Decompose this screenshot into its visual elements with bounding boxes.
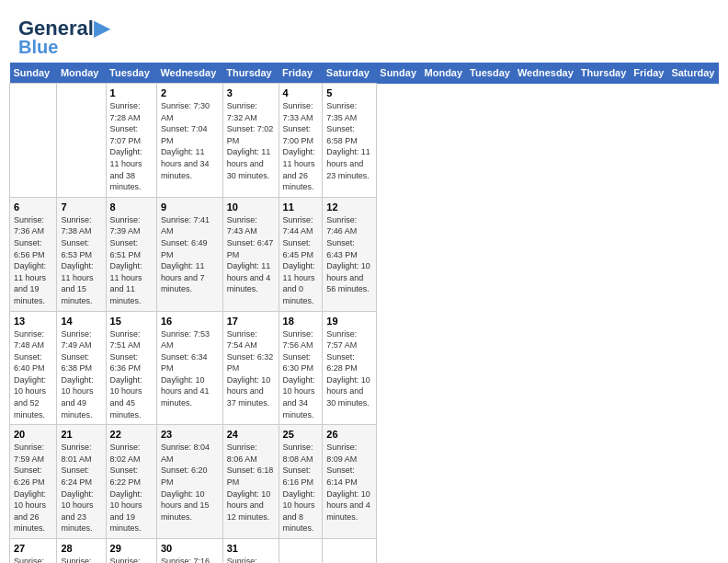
calendar-cell: 9Sunrise: 7:41 AM Sunset: 6:49 PM Daylig…: [156, 197, 222, 311]
day-number: 9: [161, 201, 219, 213]
calendar-cell: 28Sunrise: 7:13 AM Sunset: 5:10 PM Dayli…: [57, 539, 106, 564]
day-number: 3: [227, 87, 275, 98]
calendar-cell: 11Sunrise: 7:44 AM Sunset: 6:45 PM Dayli…: [279, 197, 323, 311]
calendar-cell: 13Sunrise: 7:48 AM Sunset: 6:40 PM Dayli…: [10, 311, 57, 425]
day-info: Sunrise: 7:11 AM Sunset: 5:12 PM Dayligh…: [14, 556, 52, 563]
calendar-cell: [323, 539, 376, 564]
calendar-cell: 1Sunrise: 7:28 AM Sunset: 7:07 PM Daylig…: [106, 84, 156, 198]
day-number: 28: [61, 543, 101, 554]
day-number: 7: [61, 201, 101, 213]
day-number: 20: [14, 429, 52, 440]
calendar-cell: 23Sunrise: 8:04 AM Sunset: 6:20 PM Dayli…: [156, 425, 222, 539]
day-info: Sunrise: 7:43 AM Sunset: 6:47 PM Dayligh…: [227, 214, 275, 295]
calendar-cell: 17Sunrise: 7:54 AM Sunset: 6:32 PM Dayli…: [222, 311, 279, 425]
calendar-cell: 14Sunrise: 7:49 AM Sunset: 6:38 PM Dayli…: [57, 311, 106, 425]
calendar-cell: 26Sunrise: 8:09 AM Sunset: 6:14 PM Dayli…: [323, 425, 376, 539]
calendar-cell: 10Sunrise: 7:43 AM Sunset: 6:47 PM Dayli…: [222, 197, 279, 311]
day-info: Sunrise: 7:39 AM Sunset: 6:51 PM Dayligh…: [110, 214, 153, 307]
day-info: Sunrise: 7:54 AM Sunset: 6:32 PM Dayligh…: [227, 328, 275, 409]
day-number: 15: [110, 316, 153, 327]
day-number: 8: [110, 201, 153, 213]
day-info: Sunrise: 7:53 AM Sunset: 6:34 PM Dayligh…: [161, 328, 219, 409]
day-header-tuesday: Tuesday: [466, 63, 514, 84]
day-info: Sunrise: 7:30 AM Sunset: 7:04 PM Dayligh…: [161, 100, 219, 181]
calendar-week-0: 1Sunrise: 7:28 AM Sunset: 7:07 PM Daylig…: [10, 84, 719, 198]
day-info: Sunrise: 7:14 AM Sunset: 5:09 PM Dayligh…: [110, 556, 153, 563]
day-number: 21: [61, 429, 101, 440]
day-info: Sunrise: 8:08 AM Sunset: 6:16 PM Dayligh…: [283, 442, 319, 534]
calendar-week-1: 6Sunrise: 7:36 AM Sunset: 6:56 PM Daylig…: [10, 197, 719, 311]
calendar-week-3: 20Sunrise: 7:59 AM Sunset: 6:26 PM Dayli…: [10, 425, 719, 539]
day-info: Sunrise: 7:51 AM Sunset: 6:36 PM Dayligh…: [110, 328, 153, 421]
day-info: Sunrise: 7:18 AM Sunset: 5:05 PM Dayligh…: [227, 556, 275, 563]
day-number: 24: [227, 429, 275, 440]
day-info: Sunrise: 7:57 AM Sunset: 6:28 PM Dayligh…: [326, 328, 371, 409]
day-number: 16: [161, 316, 219, 327]
day-info: Sunrise: 7:38 AM Sunset: 6:53 PM Dayligh…: [61, 214, 101, 307]
calendar-cell: 18Sunrise: 7:56 AM Sunset: 6:30 PM Dayli…: [279, 311, 323, 425]
calendar-cell: 8Sunrise: 7:39 AM Sunset: 6:51 PM Daylig…: [106, 197, 156, 311]
day-info: Sunrise: 7:56 AM Sunset: 6:30 PM Dayligh…: [283, 328, 319, 421]
day-header-monday: Monday: [57, 63, 106, 84]
logo: General▶ Blue: [18, 18, 109, 58]
day-info: Sunrise: 7:46 AM Sunset: 6:43 PM Dayligh…: [326, 214, 371, 295]
day-number: 30: [161, 543, 219, 554]
day-number: 14: [61, 316, 101, 327]
calendar-cell: 24Sunrise: 8:06 AM Sunset: 6:18 PM Dayli…: [222, 425, 279, 539]
day-number: 25: [283, 429, 319, 440]
calendar-cell: 5Sunrise: 7:35 AM Sunset: 6:58 PM Daylig…: [323, 84, 376, 198]
day-number: 2: [161, 87, 219, 98]
calendar-cell: 16Sunrise: 7:53 AM Sunset: 6:34 PM Dayli…: [156, 311, 222, 425]
logo-text: General▶: [18, 18, 109, 39]
calendar-cell: 19Sunrise: 7:57 AM Sunset: 6:28 PM Dayli…: [323, 311, 376, 425]
day-info: Sunrise: 7:16 AM Sunset: 5:07 PM Dayligh…: [161, 556, 219, 563]
day-number: 11: [283, 201, 319, 213]
page-header: General▶ Blue: [9, 9, 719, 63]
day-number: 12: [326, 201, 371, 213]
day-info: Sunrise: 8:02 AM Sunset: 6:22 PM Dayligh…: [110, 442, 153, 534]
day-header-wednesday: Wednesday: [514, 63, 577, 84]
calendar-cell: [57, 84, 106, 198]
day-number: 17: [227, 316, 275, 327]
calendar-cell: [10, 84, 57, 198]
day-header-monday: Monday: [421, 63, 467, 84]
day-info: Sunrise: 8:09 AM Sunset: 6:14 PM Dayligh…: [326, 442, 371, 523]
calendar-cell: 20Sunrise: 7:59 AM Sunset: 6:26 PM Dayli…: [10, 425, 57, 539]
day-info: Sunrise: 7:44 AM Sunset: 6:45 PM Dayligh…: [283, 214, 319, 307]
day-number: 19: [326, 316, 371, 327]
day-info: Sunrise: 8:04 AM Sunset: 6:20 PM Dayligh…: [161, 442, 219, 523]
day-info: Sunrise: 7:35 AM Sunset: 6:58 PM Dayligh…: [326, 100, 371, 181]
day-number: 10: [227, 201, 275, 213]
day-header-saturday: Saturday: [323, 63, 376, 84]
day-number: 31: [227, 543, 275, 554]
day-number: 26: [326, 429, 371, 440]
day-info: Sunrise: 7:28 AM Sunset: 7:07 PM Dayligh…: [110, 100, 153, 193]
calendar-week-4: 27Sunrise: 7:11 AM Sunset: 5:12 PM Dayli…: [10, 539, 719, 564]
day-number: 13: [14, 316, 52, 327]
day-info: Sunrise: 7:33 AM Sunset: 7:00 PM Dayligh…: [283, 100, 319, 193]
day-number: 23: [161, 429, 219, 440]
calendar-table: SundayMondayTuesdayWednesdayThursdayFrid…: [9, 63, 719, 563]
day-header-friday: Friday: [630, 63, 667, 84]
calendar-cell: [279, 539, 323, 564]
day-info: Sunrise: 8:01 AM Sunset: 6:24 PM Dayligh…: [61, 442, 101, 534]
day-info: Sunrise: 7:49 AM Sunset: 6:38 PM Dayligh…: [61, 328, 101, 421]
day-info: Sunrise: 7:13 AM Sunset: 5:10 PM Dayligh…: [61, 556, 101, 563]
day-info: Sunrise: 7:41 AM Sunset: 6:49 PM Dayligh…: [161, 214, 219, 295]
calendar-cell: 15Sunrise: 7:51 AM Sunset: 6:36 PM Dayli…: [106, 311, 156, 425]
day-info: Sunrise: 7:59 AM Sunset: 6:26 PM Dayligh…: [14, 442, 52, 534]
day-info: Sunrise: 7:36 AM Sunset: 6:56 PM Dayligh…: [14, 214, 52, 307]
day-header-thursday: Thursday: [577, 63, 631, 84]
day-info: Sunrise: 7:32 AM Sunset: 7:02 PM Dayligh…: [227, 100, 275, 181]
day-number: 1: [110, 87, 153, 98]
day-info: Sunrise: 8:06 AM Sunset: 6:18 PM Dayligh…: [227, 442, 275, 523]
calendar-cell: 30Sunrise: 7:16 AM Sunset: 5:07 PM Dayli…: [156, 539, 222, 564]
calendar-cell: 31Sunrise: 7:18 AM Sunset: 5:05 PM Dayli…: [222, 539, 279, 564]
day-number: 18: [283, 316, 319, 327]
day-header-saturday: Saturday: [667, 63, 718, 84]
calendar-cell: 3Sunrise: 7:32 AM Sunset: 7:02 PM Daylig…: [222, 84, 279, 198]
calendar-cell: 27Sunrise: 7:11 AM Sunset: 5:12 PM Dayli…: [10, 539, 57, 564]
logo-blue: Blue: [18, 37, 58, 58]
day-number: 29: [110, 543, 153, 554]
calendar-cell: 6Sunrise: 7:36 AM Sunset: 6:56 PM Daylig…: [10, 197, 57, 311]
